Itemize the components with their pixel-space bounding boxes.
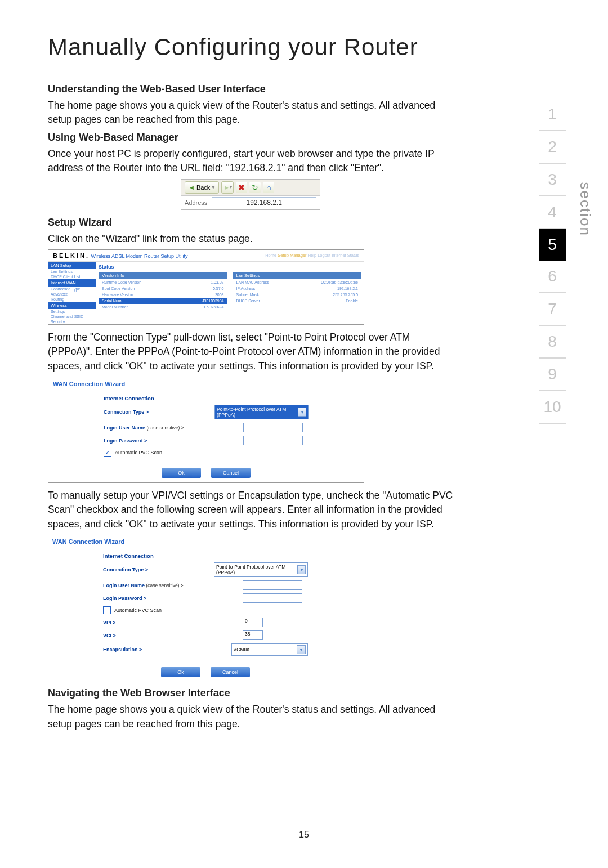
section-1[interactable]: 1 (539, 99, 566, 131)
para-setup-wizard: Click on the "Wizard" link from the stat… (48, 232, 453, 246)
back-button[interactable]: ◄ Back ▾ (185, 181, 219, 194)
section-5[interactable]: 5 (539, 229, 566, 261)
username-input[interactable] (243, 423, 303, 432)
chevron-down-icon: ▾ (297, 565, 306, 574)
section-3[interactable]: 3 (539, 164, 566, 196)
section-nav: 1 2 3 4 5 6 7 8 9 10 (539, 99, 566, 424)
page-title: Manually Configuring your Router (48, 34, 453, 61)
refresh-icon: ↻ (252, 183, 258, 192)
para-conn-type: From the "Connection Type" pull-down lis… (48, 330, 453, 373)
chevron-down-icon: ▾ (297, 645, 306, 654)
chevron-down-icon: ▾ (298, 408, 306, 417)
username-input[interactable] (243, 580, 302, 590)
status-nav: LAN Setup Lan Settings DHCP Client List … (48, 262, 96, 324)
cancel-button[interactable]: Cancel (211, 667, 250, 677)
cancel-button[interactable]: Cancel (211, 468, 251, 478)
home-icon: ⌂ (266, 183, 271, 192)
stop-icon: ✖ (238, 183, 245, 192)
section-2[interactable]: 2 (539, 131, 566, 164)
address-field[interactable]: 192.168.2.1 (212, 197, 316, 208)
dropdown-icon: ▾ (212, 184, 215, 191)
password-input[interactable] (243, 436, 303, 445)
page-number: 15 (0, 830, 608, 840)
utility-title: Wireless ADSL Modem Router Setup Utility (91, 253, 187, 259)
encapsulation-select[interactable]: VCMux▾ (231, 643, 308, 656)
browser-toolbar: ◄ Back ▾ ►▾ ✖ ↻ ⌂ Address 192.168.2.1 (181, 179, 320, 210)
para-webmanager: Once your host PC is properly configured… (48, 147, 453, 176)
refresh-button[interactable]: ↻ (249, 182, 261, 193)
back-arrow-icon: ◄ (189, 184, 195, 191)
wizard-screenshot-1: WAN Connection Wizard Internet Connectio… (48, 377, 364, 483)
section-6[interactable]: 6 (539, 261, 566, 293)
heading-navigating: Navigating the Web Browser Interface (48, 687, 453, 699)
para-understanding: The home page shows you a quick view of … (48, 99, 453, 127)
pvc-checkbox[interactable] (103, 606, 111, 614)
vci-input[interactable]: 38 (243, 630, 263, 640)
heading-webmanager: Using Web-Based Manager (48, 132, 453, 144)
section-8[interactable]: 8 (539, 326, 566, 359)
home-button[interactable]: ⌂ (263, 182, 274, 193)
section-9[interactable]: 9 (539, 359, 566, 391)
heading-setup-wizard: Setup Wizard (48, 217, 453, 229)
belkin-logo: BELKIN. (53, 252, 90, 259)
address-label: Address (185, 199, 207, 206)
connection-type-select[interactable]: Point-to-Point Protocol over ATM (PPPoA)… (214, 405, 309, 419)
vpi-input[interactable]: 0 (243, 618, 263, 627)
heading-understanding: Understanding the Web-Based User Interfa… (48, 83, 453, 95)
para-navigating: The home page shows you a quick view of … (48, 703, 453, 731)
status-screenshot: BELKIN. Wireless ADSL Modem Router Setup… (48, 249, 364, 325)
ok-button[interactable]: Ok (161, 667, 200, 677)
section-7[interactable]: 7 (539, 293, 566, 326)
section-4[interactable]: 4 (539, 196, 566, 229)
section-10[interactable]: 10 (539, 391, 566, 424)
para-manual-vpi: To manually setup your VPI/VCI settings … (48, 489, 453, 531)
section-label: section (576, 182, 594, 236)
stop-button[interactable]: ✖ (236, 182, 247, 193)
password-input[interactable] (243, 593, 302, 603)
ok-button[interactable]: Ok (162, 468, 201, 478)
forward-arrow-icon: ► (223, 184, 230, 191)
forward-button[interactable]: ►▾ (221, 181, 234, 194)
connection-type-select[interactable]: Point-to-Point Protocol over ATM (PPPoA)… (214, 562, 308, 577)
pvc-checkbox[interactable] (104, 449, 111, 457)
wizard-screenshot-2: WAN Connection Wizard Internet Connectio… (48, 535, 363, 682)
util-links: Home Setup Manager Help Logout Internet … (265, 253, 359, 258)
